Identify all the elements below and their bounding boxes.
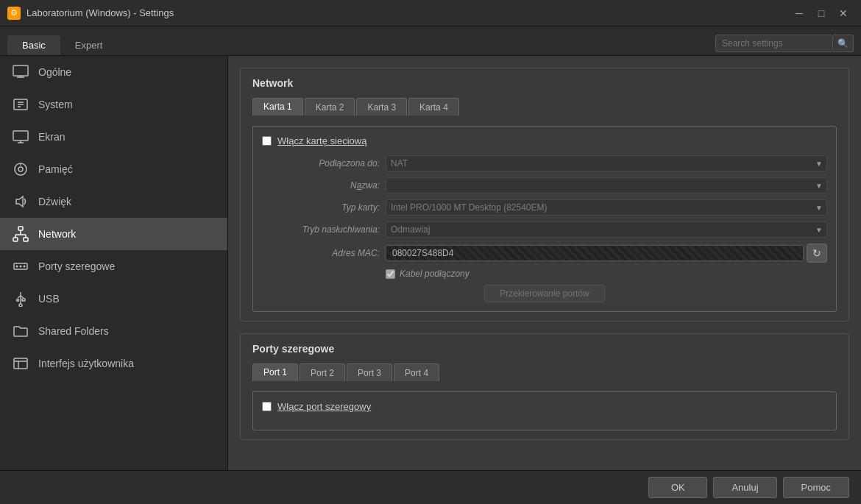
svg-rect-14 (18, 227, 23, 230)
minimize-button[interactable]: ─ (789, 4, 809, 22)
svg-rect-16 (24, 238, 28, 241)
enable-serial-label: Włącz port szeregowy (277, 401, 371, 412)
usb-icon (12, 290, 29, 308)
search-button[interactable]: 🔍 (833, 35, 854, 52)
svg-rect-0 (13, 65, 28, 76)
serial-tab-content: Włącz port szeregowy (252, 391, 837, 430)
sidebar-item-dzwiek[interactable]: Dźwięk (0, 185, 227, 218)
sidebar-item-portyszeregowe-label: Porty szeregowe (38, 260, 115, 272)
svg-point-12 (20, 164, 21, 166)
title-bar: ⚙ Laboratorium (Windows) - Settings ─ □ … (0, 0, 861, 26)
window-title: Laboratorium (Windows) - Settings (26, 7, 789, 18)
sidebar-item-interfejs[interactable]: Interfejs użytkownika (0, 347, 227, 380)
sound-icon (12, 193, 29, 210)
network-tabs: Karta 1 Karta 2 Karta 3 Karta 4 (252, 98, 837, 116)
serial-tab-port1[interactable]: Port 1 (252, 363, 298, 381)
cable-connected-label: Kabel podłączony (400, 269, 470, 279)
system-icon (12, 96, 29, 113)
svg-point-23 (20, 266, 22, 268)
connected-to-label: Podłączona do: (262, 158, 380, 168)
sidebar: Ogólne System Ekran Pamięć (0, 56, 228, 470)
connected-to-select-wrapper: NAT ▼ (386, 155, 827, 171)
sidebar-item-sharedfolders-label: Shared Folders (38, 325, 109, 337)
window-controls: ─ □ ✕ (789, 4, 854, 22)
sidebar-item-interfejs-label: Interfejs użytkownika (38, 358, 134, 369)
name-select[interactable] (386, 177, 827, 194)
sidebar-item-usb-label: USB (38, 293, 60, 305)
network-tab-karta2[interactable]: Karta 2 (305, 98, 355, 116)
help-button[interactable]: Pomoc (783, 477, 849, 498)
network-tab-karta1[interactable]: Karta 1 (252, 98, 303, 116)
serial-tab-port3[interactable]: Port 3 (347, 363, 392, 381)
close-button[interactable]: ✕ (833, 4, 854, 22)
sidebar-item-usb[interactable]: USB (0, 283, 227, 315)
svg-rect-30 (22, 299, 25, 301)
port-forwarding-button[interactable]: Przekierowanie portów (484, 285, 604, 302)
enable-network-checkbox[interactable] (262, 136, 272, 146)
card-type-label: Typ karty: (262, 202, 380, 213)
serial-tab-port4[interactable]: Port 4 (394, 363, 439, 381)
connected-to-select[interactable]: NAT (386, 155, 827, 171)
tab-basic[interactable]: Basic (7, 35, 60, 55)
sidebar-item-portyszeregowe[interactable]: Porty szeregowe (0, 250, 227, 283)
network-tab-karta3[interactable]: Karta 3 (356, 98, 407, 116)
listen-mode-label: Tryb nasłuchiwania: (262, 224, 380, 235)
app-icon: ⚙ (7, 7, 21, 20)
enable-serial-checkbox[interactable] (262, 402, 272, 411)
svg-rect-7 (13, 131, 28, 141)
sidebar-item-network-label: Network (38, 228, 76, 240)
svg-point-11 (18, 167, 23, 171)
serial-section-title: Porty szeregowe (252, 343, 837, 355)
svg-rect-31 (14, 358, 27, 369)
search-input[interactable] (715, 35, 833, 52)
search-area: 🔍 (715, 35, 854, 52)
sidebar-item-system[interactable]: System (0, 88, 227, 121)
mac-row: ↻ (386, 244, 827, 263)
cable-connected-checkbox[interactable] (386, 269, 395, 279)
network-tab-content: Włącz kartę sieciową Podłączona do: NAT … (252, 126, 837, 312)
content-area: Ogólne System Ekran Pamięć (0, 56, 861, 470)
storage-icon (12, 160, 29, 178)
cancel-button[interactable]: Anuluj (713, 477, 776, 498)
serial-tabs: Port 1 Port 2 Port 3 Port 4 (252, 363, 837, 381)
network-icon (12, 225, 29, 243)
sidebar-item-sharedfolders[interactable]: Shared Folders (0, 315, 227, 347)
sidebar-item-network[interactable]: Network (0, 218, 227, 250)
sidebar-item-ogolne[interactable]: Ogólne (0, 56, 227, 88)
enable-network-row: Włącz kartę sieciową (262, 135, 827, 146)
listen-mode-select-wrapper: Odmawiaj ▼ (386, 221, 827, 238)
enable-network-label: Włącz kartę sieciową (277, 135, 366, 146)
mac-address-input[interactable] (386, 245, 804, 261)
svg-point-22 (16, 266, 18, 268)
svg-point-24 (24, 266, 26, 268)
ok-button[interactable]: OK (648, 477, 707, 498)
folder-icon (12, 322, 29, 340)
sidebar-item-ekran-label: Ekran (38, 131, 65, 143)
serial-tab-port2[interactable]: Port 2 (300, 363, 345, 381)
sidebar-item-ogolne-label: Ogólne (38, 66, 71, 78)
tab-expert[interactable]: Expert (60, 35, 118, 55)
svg-point-29 (17, 299, 19, 302)
mac-address-row: Adres MAC: ↻ (262, 244, 827, 263)
listen-mode-row: Tryb nasłuchiwania: Odmawiaj ▼ (262, 221, 827, 238)
svg-point-28 (19, 304, 22, 307)
enable-serial-row: Włącz port szeregowy (262, 401, 827, 412)
network-tab-karta4[interactable]: Karta 4 (408, 98, 459, 116)
serial-icon (12, 258, 29, 275)
connected-to-row: Podłączona do: NAT ▼ (262, 155, 827, 171)
listen-mode-select[interactable]: Odmawiaj (386, 221, 827, 238)
sidebar-item-ekran[interactable]: Ekran (0, 121, 227, 153)
sidebar-item-pamiec[interactable]: Pamięć (0, 153, 227, 185)
svg-marker-13 (16, 196, 23, 207)
app-container: Basic Expert 🔍 Ogólne System (0, 26, 861, 504)
sidebar-item-pamiec-label: Pamięć (38, 163, 73, 175)
maximize-button[interactable]: □ (811, 4, 832, 22)
card-type-row: Typ karty: Intel PRO/1000 MT Desktop (82… (262, 199, 827, 216)
mac-refresh-button[interactable]: ↻ (807, 244, 827, 263)
card-type-select[interactable]: Intel PRO/1000 MT Desktop (82540EM) (386, 199, 827, 216)
name-select-wrapper: ▼ (386, 177, 827, 194)
bottom-bar: OK Anuluj Pomoc (0, 470, 861, 504)
network-section-title: Network (252, 77, 837, 89)
cable-connected-row: Kabel podłączony (386, 269, 827, 279)
name-row: Nazwa: ▼ (262, 177, 827, 194)
